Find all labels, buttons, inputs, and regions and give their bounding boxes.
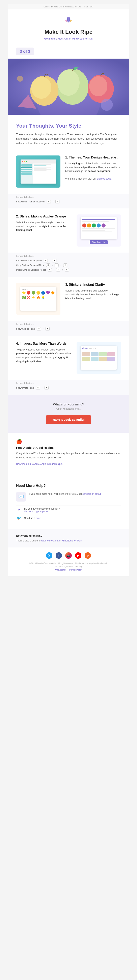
recipe-section: 🍎 Free Apple Strudel Recipe Congratulati… xyxy=(8,432,129,472)
feature-1: 1. Themes: Your Design Headstart In the … xyxy=(8,150,129,194)
shortcut-row-3: Show Sticker Panel ⌘ + 5 xyxy=(16,327,121,331)
youtube-social-icon[interactable]: ▶ xyxy=(75,552,81,559)
shortcut-3-label: Show Sticker Panel xyxy=(16,328,35,330)
logo xyxy=(63,16,74,25)
feature-4-title-display: 4. Images: Say More Than Words xyxy=(16,342,72,346)
recipe-download-link[interactable]: Download our favorite Apple Strudel reci… xyxy=(16,463,63,465)
feature-3-desc: Select a node and simply add colored or … xyxy=(65,289,121,301)
shortcut-section-3: Keyboard shortcuts Show Sticker Panel ⌘ … xyxy=(8,321,129,336)
meta-bar-text: Getting the Most Out of MindNode for iOS… xyxy=(44,6,93,8)
svg-point-3 xyxy=(57,70,80,96)
footer-privacy-link[interactable]: Privacy Policy xyxy=(69,569,82,571)
footer-address: Musterstr. 1, Munich, Germany xyxy=(55,566,82,568)
help-support-item: ? Do you have a specific question? Visit… xyxy=(16,508,121,513)
feature-1-title-display: 1. Themes: Your Design Headstart xyxy=(65,156,121,160)
instagram-social-icon[interactable]: 📷 xyxy=(65,552,72,559)
cta-button[interactable]: Make It Look Beautiful xyxy=(46,415,91,424)
facebook-social-icon[interactable]: f xyxy=(56,552,62,559)
shortcut-2b-label: Copy Style of Selected Node xyxy=(16,264,45,266)
recipe-icon: 🍎 xyxy=(16,439,121,444)
help-title: Need More Help? xyxy=(16,484,121,488)
ios-mac-link[interactable]: get the most out of MindNode for Mac. xyxy=(41,539,82,542)
feature-4-image: Photos Camera xyxy=(77,342,121,374)
help-email-content: If you need more help, we'll be there fo… xyxy=(29,492,102,496)
shortcut-row-4: Show Photo Panel ⌘ + 5 xyxy=(16,386,121,390)
help-twitter-text: Send us a tweet. xyxy=(24,517,42,520)
meta-bar: Getting the Most Out of MindNode for iOS… xyxy=(8,4,129,10)
intro-paragraph: These are your thoughts, ideas, and word… xyxy=(16,132,121,145)
shortcut-label-4: Keyboard shortcuts xyxy=(16,382,121,384)
feature-2-title-display: 2. Styles: Making Apples Orange xyxy=(16,215,72,219)
feature-3-title-display: 3. Stickers: Instant Clarity xyxy=(65,283,121,287)
envelope-icon: ✉️ xyxy=(18,494,24,500)
help-twitter-link[interactable]: tweet. xyxy=(35,517,42,520)
kbd-cmd-1: ⌘ xyxy=(47,200,51,203)
feature-1-cta: Want more themes? Visit our themes page. xyxy=(65,177,121,181)
help-section: Need More Help? ✉️ If you need more help… xyxy=(8,478,129,530)
feature-2: Style Inspector 2. Styles: Making Apples… xyxy=(8,208,129,253)
feature-4-number: 4. Images: Say More Than Words xyxy=(16,342,72,346)
shortcut-2c-label: Paste Style to Selected Nodes xyxy=(16,269,46,271)
svg-point-6 xyxy=(31,76,52,99)
feature-2-content: 2. Styles: Making Apples Orange Select t… xyxy=(16,215,72,232)
help-email-item: ✉️ If you need more help, we'll be there… xyxy=(16,492,121,501)
badge-section: 3 of 3 xyxy=(8,45,129,59)
intro-section: Your Thoughts, Your Style. These are you… xyxy=(8,115,129,150)
svg-point-8 xyxy=(89,76,107,96)
intro-title: Your Thoughts, Your Style. xyxy=(16,123,121,129)
ios-section-text: There's also a guide to get the most out… xyxy=(16,539,121,542)
shortcut-row-2a: Show/Hide Style Inspector ⌘ + 4 xyxy=(16,259,121,262)
svg-point-10 xyxy=(101,99,113,111)
feature-1-content: 1. Themes: Your Design Headstart In the … xyxy=(65,156,121,181)
kbd-6: 6 xyxy=(55,200,60,203)
header-title: Make It Look Ripe xyxy=(16,29,121,35)
rss-social-icon[interactable]: ⊛ xyxy=(85,552,91,559)
feature-3-number: 3. Stickers: Instant Clarity xyxy=(65,283,121,287)
help-email-text: If you need more help, we'll be there fo… xyxy=(29,493,82,495)
ios-section: Not Working on iOS? There's also a guide… xyxy=(8,530,129,547)
feature-4-content: 4. Images: Say More Than Words To quickl… xyxy=(16,342,72,363)
shortcut-section-4: Keyboard shortcuts Show Photo Panel ⌘ + … xyxy=(8,380,129,395)
shortcut-section-1: Keyboard shortcuts Show/Hide Themes Insp… xyxy=(8,194,129,208)
footer-company: © 2023 IdeasOnCanvas GmbH. All rights re… xyxy=(29,562,108,565)
cta-subtext: Open MindNode and... xyxy=(16,407,121,410)
twitter-social-icon[interactable]: 𝕏 xyxy=(46,552,52,559)
ios-section-title: Not Working on iOS? xyxy=(16,534,121,537)
help-twitter-item: 🐦 Send us a tweet. xyxy=(16,515,121,521)
cta-question: What's on your mind? xyxy=(16,402,121,406)
help-support-link[interactable]: Visit our support page. xyxy=(24,510,48,513)
twitter-icon: 🐦 xyxy=(16,515,22,521)
feature-2-desc: Select the nodes you'd like to style. Ma… xyxy=(16,221,72,232)
cta-section: What's on your mind? Open MindNode and..… xyxy=(8,395,129,432)
progress-badge: 3 of 3 xyxy=(16,48,34,56)
themes-link[interactable]: themes page xyxy=(97,177,111,180)
feature-1-number: 1. Themes: Your Design Headstart xyxy=(65,156,121,160)
shortcut-row-2b: Copy Style of Selected Node ⌘ + ⌥ + C xyxy=(16,263,121,267)
recipe-paragraph: Congratulations! You have made it all th… xyxy=(16,451,121,460)
footer-text: © 2023 IdeasOnCanvas GmbH. All rights re… xyxy=(16,562,121,571)
shortcut-row-1: Show/Hide Themes Inspector ⌘ + 6 xyxy=(16,200,121,203)
feature-2-image: Style Inspector xyxy=(77,215,121,247)
feature-3-content: 3. Stickers: Instant Clarity Select a no… xyxy=(65,283,121,300)
feature-3-image: Stickers ⭐ 🔴 🟢 🟡 🔵 💜 🔶 ✅ ❌ ⚡ 🔥 💡 xyxy=(16,283,60,315)
shortcut-row-2c: Paste Style to Selected Nodes ⌘ + ⌥ + V xyxy=(16,268,121,271)
recipe-title: Free Apple Strudel Recipe xyxy=(16,446,121,449)
help-email-icon-box: ✉️ xyxy=(16,492,26,501)
feature-1-desc: In the styling tab of the floating panel… xyxy=(65,162,121,173)
social-icons: 𝕏 f 📷 ▶ ⊛ xyxy=(16,552,121,559)
question-icon: ? xyxy=(16,508,22,513)
shortcut-1-label: Show/Hide Themes Inspector xyxy=(16,200,45,203)
social-footer: 𝕏 f 📷 ▶ ⊛ © 2023 IdeasOnCanvas GmbH. All… xyxy=(8,547,129,576)
shortcut-section-2: Keyboard shortcuts Show/Hide Style Inspe… xyxy=(8,253,129,277)
feature-4: Photos Camera 4. Im xyxy=(8,336,129,380)
shortcut-label-3: Keyboard shortcuts xyxy=(16,323,121,325)
feature-3: Stickers ⭐ 🔴 🟢 🟡 🔵 💜 🔶 ✅ ❌ ⚡ 🔥 💡 xyxy=(8,277,129,321)
shortcut-label-2: Keyboard shortcuts xyxy=(16,255,121,257)
header-subtitle-link[interactable]: Getting the Most Out of MindNode for iOS xyxy=(44,37,93,40)
help-email-link[interactable]: send us an email. xyxy=(82,493,102,495)
feature-1-image xyxy=(16,156,60,188)
shortcut-label-1: Keyboard shortcuts xyxy=(16,196,121,198)
shortcut-4-label: Show Photo Panel xyxy=(16,387,34,389)
footer-unsubscribe-link[interactable]: Unsubscribe xyxy=(55,569,66,571)
feature-2-number: 2. Styles: Making Apples Orange xyxy=(16,215,72,219)
